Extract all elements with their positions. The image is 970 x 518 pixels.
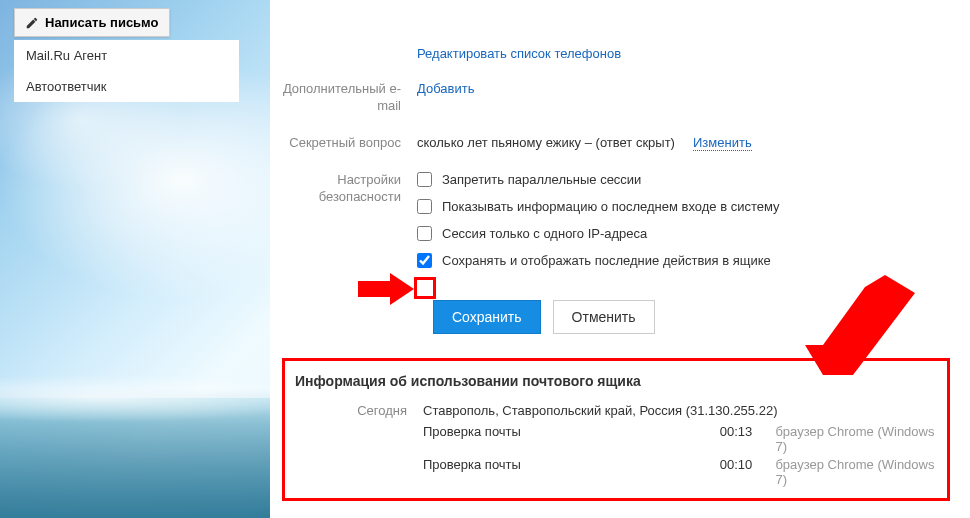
log-browser: браузер Chrome (Windows 7) (775, 424, 937, 454)
security-option-row: Показывать информацию о последнем входе … (417, 199, 950, 214)
edit-phones-link[interactable]: Редактировать список телефонов (417, 46, 621, 61)
security-option-row: Сохранять и отображать последние действи… (417, 253, 950, 268)
save-button[interactable]: Сохранить (433, 300, 541, 334)
sidebar-item-agent[interactable]: Mail.Ru Агент (14, 40, 239, 71)
security-option-label: Показывать информацию о последнем входе … (442, 199, 780, 214)
main-panel: Редактировать список телефонов Дополните… (270, 0, 970, 518)
security-checkbox-0[interactable] (417, 172, 432, 187)
usage-title: Информация об использовании почтового ящ… (295, 373, 937, 389)
log-action: Проверка почты (423, 424, 720, 439)
security-option-row: Сессия только с одного IP-адреса (417, 226, 950, 241)
secret-question-label: Секретный вопрос (282, 135, 417, 152)
usage-location: Ставрополь, Ставропольский край, Россия … (423, 403, 937, 418)
security-checkbox-2[interactable] (417, 226, 432, 241)
log-action: Проверка почты (423, 457, 720, 472)
security-option-label: Запретить параллельные сессии (442, 172, 641, 187)
security-checkbox-1[interactable] (417, 199, 432, 214)
security-settings-label: Настройки безопасности (282, 172, 417, 206)
log-row: Проверка почты00:13браузер Chrome (Windo… (423, 424, 937, 454)
add-email-link[interactable]: Добавить (417, 81, 474, 96)
log-row: Проверка почты00:10браузер Chrome (Windo… (423, 457, 937, 487)
secret-question-value: сколько лет пьяному ежику – (ответ скрыт… (417, 135, 675, 150)
compose-button[interactable]: Написать письмо (14, 8, 170, 37)
security-checkbox-3[interactable] (417, 253, 432, 268)
change-secret-link[interactable]: Изменить (693, 135, 752, 151)
security-option-label: Сессия только с одного IP-адреса (442, 226, 647, 241)
sidebar-item-autoresponder[interactable]: Автоответчик (14, 71, 239, 102)
security-option-row: Запретить параллельные сессии (417, 172, 950, 187)
security-option-label: Сохранять и отображать последние действи… (442, 253, 771, 268)
log-time: 00:13 (720, 424, 776, 439)
extra-email-label: Дополнительный e-mail (282, 81, 417, 115)
sidebar: Mail.Ru Агент Автоответчик (14, 40, 239, 102)
log-browser: браузер Chrome (Windows 7) (775, 457, 937, 487)
compose-icon (25, 16, 39, 30)
usage-info-box: Информация об использовании почтового ящ… (282, 358, 950, 501)
compose-label: Написать письмо (45, 15, 159, 30)
cancel-button[interactable]: Отменить (553, 300, 655, 334)
log-time: 00:10 (720, 457, 776, 472)
usage-day-label: Сегодня (295, 403, 423, 418)
